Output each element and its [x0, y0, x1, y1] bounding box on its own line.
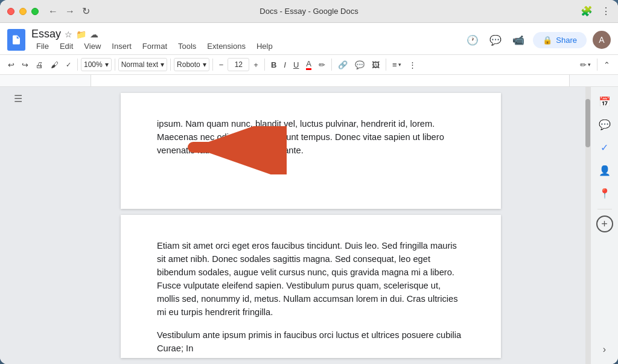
- folder-icon[interactable]: 📁: [76, 30, 86, 39]
- star-icon[interactable]: ☆: [65, 30, 72, 39]
- maps-icon[interactable]: 📍: [595, 184, 614, 203]
- docs-app-icon: [7, 29, 25, 51]
- scrollbar-thumb[interactable]: [585, 99, 590, 147]
- traffic-lights: [7, 8, 39, 15]
- titlebar-right: 🧩 ⋮: [581, 5, 611, 17]
- page-1-text: ipsum. Nam quam nunc, blandit vel, luctu…: [157, 117, 465, 157]
- docs-top-row: Essay ☆ 📁 ☁ File Edit View Insert Format…: [7, 28, 611, 52]
- cloud-icon[interactable]: ☁: [90, 30, 98, 39]
- refresh-button[interactable]: ↻: [82, 5, 90, 17]
- nav-buttons: ← → ↻: [48, 5, 90, 17]
- underline-button[interactable]: U: [290, 59, 302, 71]
- menu-insert[interactable]: Insert: [107, 40, 136, 52]
- tasks-icon[interactable]: ✓: [595, 138, 614, 157]
- docs-top-right: 🕐 💬 📹 🔒 Share A: [464, 31, 611, 49]
- font-size-minus-button[interactable]: −: [216, 59, 227, 71]
- menu-tools[interactable]: Tools: [173, 40, 201, 52]
- separator-2: [115, 59, 115, 71]
- page-2: Etiam sit amet orci eget eros faucibus t…: [121, 215, 501, 358]
- doc-title-area: Essay ☆ 📁 ☁ File Edit View Insert Format…: [31, 28, 278, 52]
- menu-help[interactable]: Help: [252, 40, 278, 52]
- link-button[interactable]: 🔗: [335, 59, 351, 71]
- formatting-toolbar: ↩ ↪ 🖨 🖌 ✓ 100% ▾ Normal text ▾ Roboto ▾ …: [0, 55, 618, 75]
- more-icon[interactable]: ⋮: [601, 5, 611, 17]
- separator-5: [264, 59, 265, 71]
- pen-mode-button[interactable]: ✏▾: [577, 59, 594, 71]
- page-1-content: ipsum. Nam quam nunc, blandit vel, luctu…: [121, 93, 501, 181]
- back-button[interactable]: ←: [48, 6, 58, 17]
- share-button[interactable]: 🔒 Share: [533, 32, 587, 48]
- expand-sidebar-button[interactable]: ›: [595, 340, 614, 359]
- align-button[interactable]: ≡▾: [389, 59, 404, 71]
- italic-button[interactable]: I: [281, 59, 289, 71]
- style-select[interactable]: Normal text ▾: [118, 58, 167, 71]
- history-icon[interactable]: 🕐: [464, 31, 481, 48]
- highlight-button[interactable]: ✏: [316, 59, 328, 71]
- page-title: Docs - Essay - Google Docs: [260, 7, 358, 16]
- undo-button[interactable]: ↩: [5, 59, 18, 71]
- comment-insert-button[interactable]: 💬: [352, 59, 368, 71]
- more-options-button[interactable]: ⋮: [406, 59, 419, 71]
- user-avatar[interactable]: A: [593, 31, 611, 49]
- separator-6: [331, 59, 332, 71]
- minimize-button[interactable]: [19, 8, 27, 15]
- chat-icon[interactable]: 💬: [595, 115, 614, 134]
- text-color-button[interactable]: A: [303, 57, 314, 72]
- right-sidebar: 📅 💬 ✓ 👤 📍 + ›: [590, 87, 618, 364]
- comment-icon[interactable]: 💬: [487, 31, 504, 48]
- menu-file[interactable]: File: [31, 40, 54, 52]
- bold-button[interactable]: B: [268, 59, 279, 71]
- separator-4: [212, 59, 213, 71]
- page-2-paragraph-1: Etiam sit amet orci eget eros faucibus t…: [157, 239, 465, 319]
- main-area: ☰ ipsum. Nam quam nunc, blandit vel, luc…: [0, 87, 618, 364]
- menu-format[interactable]: Format: [138, 40, 172, 52]
- share-label: Share: [556, 36, 577, 45]
- ruler: [0, 75, 618, 87]
- scrollbar-track[interactable]: [585, 87, 590, 364]
- separator-7: [386, 59, 386, 71]
- print-button[interactable]: 🖨: [33, 59, 46, 71]
- font-size-input[interactable]: 12: [228, 58, 249, 71]
- separator-8: [597, 59, 597, 71]
- page-2-paragraph-2: Vestibulum ante ipsum primis in faucibus…: [157, 328, 465, 355]
- left-panel: ☰: [0, 87, 36, 364]
- docs-header: Essay ☆ 📁 ☁ File Edit View Insert Format…: [0, 23, 618, 55]
- contacts-icon[interactable]: 👤: [595, 161, 614, 180]
- titlebar: ← → ↻ Docs - Essay - Google Docs 🧩 ⋮: [0, 0, 618, 23]
- extensions-icon[interactable]: 🧩: [581, 5, 593, 17]
- zoom-select[interactable]: 100% ▾: [81, 58, 112, 71]
- menu-bar: File Edit View Insert Format Tools Exten…: [31, 40, 278, 52]
- page-1: ipsum. Nam quam nunc, blandit vel, luctu…: [121, 93, 501, 209]
- doc-title-text: Essay: [31, 28, 61, 40]
- menu-view[interactable]: View: [79, 40, 106, 52]
- forward-button[interactable]: →: [65, 6, 75, 17]
- collapse-toolbar-button[interactable]: ⌃: [600, 59, 613, 71]
- separator-3: [170, 59, 171, 71]
- menu-edit[interactable]: Edit: [55, 40, 78, 52]
- sidebar-divider: [597, 209, 612, 209]
- image-button[interactable]: 🖼: [369, 59, 383, 71]
- page-2-content: Etiam sit amet orci eget eros faucibus t…: [121, 215, 501, 364]
- ruler-inner: [91, 75, 570, 86]
- share-lock-icon: 🔒: [543, 36, 552, 45]
- close-button[interactable]: [7, 8, 14, 15]
- menu-extensions[interactable]: Extensions: [202, 40, 250, 52]
- separator-1: [77, 59, 78, 71]
- font-size-plus-button[interactable]: +: [250, 59, 261, 71]
- doc-title-row: Essay ☆ 📁 ☁: [31, 28, 278, 40]
- redo-button[interactable]: ↪: [19, 59, 31, 71]
- calendar-icon[interactable]: 📅: [595, 92, 614, 111]
- paint-format-button[interactable]: 🖌: [48, 59, 62, 71]
- document-area[interactable]: ipsum. Nam quam nunc, blandit vel, luctu…: [36, 87, 585, 364]
- font-select[interactable]: Roboto ▾: [174, 58, 209, 71]
- maximize-button[interactable]: [31, 8, 39, 15]
- add-plugin-button[interactable]: +: [596, 216, 613, 232]
- outline-icon[interactable]: ☰: [14, 93, 22, 104]
- browser-window: ← → ↻ Docs - Essay - Google Docs 🧩 ⋮ Ess…: [0, 0, 618, 364]
- spell-check-button[interactable]: ✓: [63, 59, 74, 71]
- meet-icon[interactable]: 📹: [510, 31, 527, 48]
